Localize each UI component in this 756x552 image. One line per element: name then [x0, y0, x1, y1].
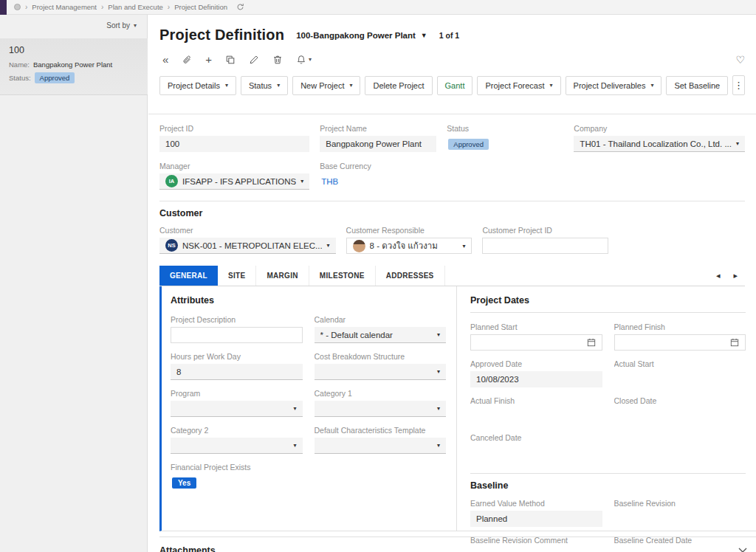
chevron-down-icon: ▾ [323, 242, 330, 249]
customer-label: Customer [159, 226, 336, 235]
chevron-down-icon: ▾ [134, 22, 137, 29]
attachments-title: Attachments [159, 545, 216, 552]
add-record-icon[interactable]: + [205, 55, 212, 65]
hours-per-work-day-input[interactable]: 8 [171, 364, 303, 380]
base-currency-label: Base Currency [320, 162, 436, 170]
chevron-down-icon: ▾ [732, 140, 739, 147]
attachment-icon[interactable] [182, 55, 192, 65]
attributes-panel: Attributes Project Description Calendar … [162, 286, 457, 531]
calendar-icon[interactable] [587, 338, 596, 347]
record-count: 1 of 1 [439, 31, 459, 40]
category-2-select[interactable]: ▾ [171, 438, 303, 454]
project-dates-title: Project Dates [470, 295, 746, 313]
notifications-icon[interactable]: ▾ [296, 55, 312, 65]
more-options-button[interactable]: ⋮ [732, 75, 745, 95]
chevron-down-icon: ▾ [289, 405, 296, 412]
tab-addresses[interactable]: ADDRESSES [376, 266, 445, 286]
tab-scroll-left-icon[interactable]: ◂ [716, 271, 721, 280]
calendar-icon[interactable] [730, 338, 739, 347]
baseline-revision-value [614, 511, 746, 527]
customer-select[interactable]: NS NSK-001 - METROPOLITAN ELEC... ▾ [159, 238, 336, 254]
company-select[interactable]: TH01 - Thailand Localization Co., Ltd. .… [574, 136, 745, 152]
customer-responsible-label: Customer Responsible [346, 226, 472, 235]
chevron-down-icon: ▾ [277, 82, 280, 89]
status-label: Status [447, 124, 563, 133]
customer-project-id-input[interactable] [482, 238, 608, 254]
command-bar: Project Details ▾ Status ▾ New Project ▾… [148, 66, 756, 95]
default-characteristics-template-select[interactable]: ▾ [315, 438, 447, 454]
chevron-down-icon: ▾ [433, 331, 440, 338]
customer-responsible-select[interactable]: 8 - ดวงใจ แก้วงาม ▾ [346, 238, 472, 254]
program-select[interactable]: ▾ [171, 401, 303, 417]
tab-milestone[interactable]: MILESTONE [309, 266, 376, 286]
manager-select[interactable]: IA IFSAPP - IFS APPLICATIONS ▾ [159, 173, 309, 190]
project-name-value[interactable]: Bangpakong Power Plant [320, 136, 436, 152]
base-currency-link[interactable]: THB [321, 177, 338, 186]
field-category-2: Category 2 ▾ [171, 426, 303, 454]
record-name-label: Name: [9, 61, 30, 69]
main-content: Project Definition 100-Bangpakong Power … [148, 15, 756, 552]
chevron-down-icon[interactable] [738, 548, 747, 552]
sort-by-label: Sort by [106, 21, 130, 30]
status-badge: Approved [35, 72, 75, 83]
planned-start-input[interactable] [470, 334, 602, 351]
project-description-input[interactable] [171, 327, 303, 343]
record-selector[interactable]: 100-Bangpakong Power Plant ▼ [296, 31, 427, 40]
canceled-date-value [470, 445, 602, 461]
cost-breakdown-structure-select[interactable]: ▾ [315, 364, 447, 380]
field-program: Program ▾ [171, 389, 303, 417]
field-calendar: Calendar * - Default calendar ▾ [315, 315, 447, 343]
favorite-icon[interactable]: ♡ [735, 54, 745, 66]
chevron-down-icon: ▾ [289, 442, 296, 449]
planned-finish-input[interactable] [614, 334, 746, 351]
actual-start-value [614, 371, 746, 387]
breadcrumb-separator-icon: › [168, 3, 170, 11]
new-project-button[interactable]: New Project ▾ [292, 76, 360, 95]
brand-logo [0, 0, 7, 15]
field-category-1: Category 1 ▾ [315, 389, 447, 417]
field-cost-breakdown-structure: Cost Breakdown Structure ▾ [315, 352, 447, 380]
delete-icon[interactable] [272, 55, 283, 65]
breadcrumb-project-management[interactable]: Project Management [32, 3, 97, 11]
duplicate-icon[interactable] [225, 55, 236, 65]
sort-by-control[interactable]: Sort by ▾ [106, 21, 137, 30]
gantt-button[interactable]: Gantt [437, 76, 473, 95]
field-base-currency: Base Currency THB [320, 162, 436, 190]
closed-date-value [614, 408, 746, 424]
category-1-select[interactable]: ▾ [315, 401, 447, 417]
status-button[interactable]: Status ▾ [241, 76, 288, 95]
chevron-down-icon: ▾ [349, 82, 352, 89]
customer-avatar: NS [165, 239, 178, 252]
record-list-item[interactable]: 100 Name: Bangpakong Power Plant Status:… [0, 38, 148, 95]
manager-avatar: IA [165, 175, 178, 187]
tab-bar: GENERAL SITE MARGIN MILESTONE ADDRESSES … [159, 266, 745, 286]
chevron-down-icon: ▾ [550, 82, 553, 89]
field-baseline-revision-comment: Baseline Revision Comment [470, 536, 602, 552]
breadcrumb-project-definition[interactable]: Project Definition [174, 3, 227, 11]
field-canceled-date: Canceled Date [470, 433, 602, 461]
delete-project-button[interactable]: Delete Project [365, 76, 432, 95]
project-forecast-button[interactable]: Project Forecast ▾ [477, 76, 560, 95]
field-actual-start: Actual Start [614, 359, 746, 387]
set-baseline-button[interactable]: Set Baseline [666, 76, 728, 95]
edit-icon[interactable] [249, 55, 259, 65]
chevron-down-icon: ▾ [225, 82, 228, 89]
record-selector-value: 100-Bangpakong Power Plant [296, 31, 416, 40]
tab-scroll-right-icon[interactable]: ▸ [733, 271, 738, 280]
collapse-left-icon[interactable]: « [162, 55, 168, 65]
calendar-select[interactable]: * - Default calendar ▾ [315, 327, 447, 343]
project-id-value[interactable]: 100 [159, 136, 309, 152]
customer-responsible-avatar [353, 240, 365, 252]
project-deliverables-button[interactable]: Project Deliverables ▾ [566, 76, 662, 95]
project-details-button[interactable]: Project Details ▾ [159, 76, 236, 95]
tab-site[interactable]: SITE [218, 266, 256, 286]
chevron-down-icon: ▾ [296, 178, 303, 184]
tab-general[interactable]: GENERAL [159, 266, 218, 286]
field-approved-date: Approved Date 10/08/2023 [470, 359, 602, 387]
breadcrumb-plan-and-execute[interactable]: Plan and Execute [108, 3, 162, 11]
field-project-id: Project ID 100 [159, 124, 309, 152]
refresh-icon[interactable] [236, 3, 244, 11]
tab-margin[interactable]: MARGIN [256, 266, 309, 286]
baseline-section: Baseline Earned Value Method Planned Bas… [470, 473, 746, 552]
field-default-characteristics-template: Default Characteristics Template ▾ [315, 426, 447, 454]
